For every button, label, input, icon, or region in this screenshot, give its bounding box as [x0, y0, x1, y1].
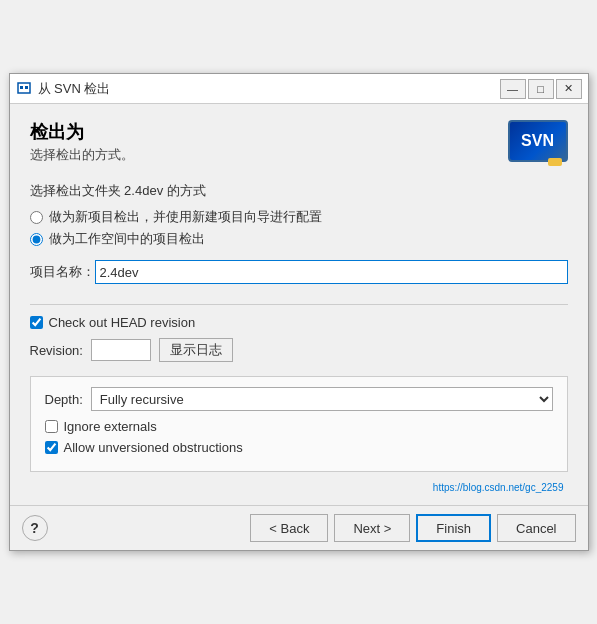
footer-left: ? — [22, 515, 48, 541]
window-controls: — □ ✕ — [500, 79, 582, 99]
show-log-button[interactable]: 显示日志 — [159, 338, 233, 362]
head-revision-row[interactable]: Check out HEAD revision — [30, 315, 568, 330]
title-bar: 从 SVN 检出 — □ ✕ — [10, 74, 588, 104]
allow-unversioned-checkbox[interactable] — [45, 441, 58, 454]
radio-new-project[interactable] — [30, 211, 43, 224]
depth-section: Depth: Fully recursive Ignore externals … — [30, 376, 568, 472]
radio-workspace[interactable] — [30, 233, 43, 246]
project-name-label: 项目名称： — [30, 263, 95, 281]
radio-group: 做为新项目检出，并使用新建项目向导进行配置 做为工作空间中的项目检出 — [30, 208, 568, 248]
depth-select[interactable]: Fully recursive — [91, 387, 553, 411]
watermark: https://blog.csdn.net/gc_2259 — [30, 482, 568, 493]
svn-logo: SVN — [508, 120, 568, 162]
close-button[interactable]: ✕ — [556, 79, 582, 99]
page-subtitle: 选择检出的方式。 — [30, 146, 134, 164]
depth-label: Depth: — [45, 392, 83, 407]
back-button[interactable]: < Back — [250, 514, 328, 542]
revision-row: Revision: 显示日志 — [30, 338, 568, 362]
next-button[interactable]: Next > — [334, 514, 410, 542]
ignore-externals-checkbox[interactable] — [45, 420, 58, 433]
svn-logo-connector — [548, 158, 562, 166]
revision-input[interactable] — [91, 339, 151, 361]
svg-rect-2 — [25, 86, 28, 89]
project-name-input[interactable] — [95, 260, 568, 284]
footer-buttons: < Back Next > Finish Cancel — [250, 514, 575, 542]
svg-rect-1 — [20, 86, 23, 89]
minimize-button[interactable]: — — [500, 79, 526, 99]
help-button[interactable]: ? — [22, 515, 48, 541]
footer: ? < Back Next > Finish Cancel — [10, 505, 588, 550]
allow-unversioned-row[interactable]: Allow unversioned obstructions — [45, 440, 553, 455]
window-title: 从 SVN 检出 — [38, 80, 111, 98]
page-title: 检出为 — [30, 120, 134, 144]
main-window: 从 SVN 检出 — □ ✕ 检出为 选择检出的方式。 SVN 选择检出文件夹 … — [9, 73, 589, 551]
svg-rect-0 — [18, 83, 30, 93]
header-text: 检出为 选择检出的方式。 — [30, 120, 134, 178]
revision-label: Revision: — [30, 343, 83, 358]
head-revision-checkbox[interactable] — [30, 316, 43, 329]
divider-1 — [30, 304, 568, 305]
section-label: 选择检出文件夹 2.4dev 的方式 — [30, 182, 568, 200]
content-area: 检出为 选择检出的方式。 SVN 选择检出文件夹 2.4dev 的方式 做为新项… — [10, 104, 588, 505]
radio-item-new-project[interactable]: 做为新项目检出，并使用新建项目向导进行配置 — [30, 208, 568, 226]
ignore-externals-row[interactable]: Ignore externals — [45, 419, 553, 434]
radio-item-workspace[interactable]: 做为工作空间中的项目检出 — [30, 230, 568, 248]
depth-row: Depth: Fully recursive — [45, 387, 553, 411]
cancel-button[interactable]: Cancel — [497, 514, 575, 542]
window-icon — [16, 81, 32, 97]
maximize-button[interactable]: □ — [528, 79, 554, 99]
header-row: 检出为 选择检出的方式。 SVN — [30, 120, 568, 178]
title-bar-left: 从 SVN 检出 — [16, 80, 111, 98]
finish-button[interactable]: Finish — [416, 514, 491, 542]
project-name-row: 项目名称： — [30, 260, 568, 284]
